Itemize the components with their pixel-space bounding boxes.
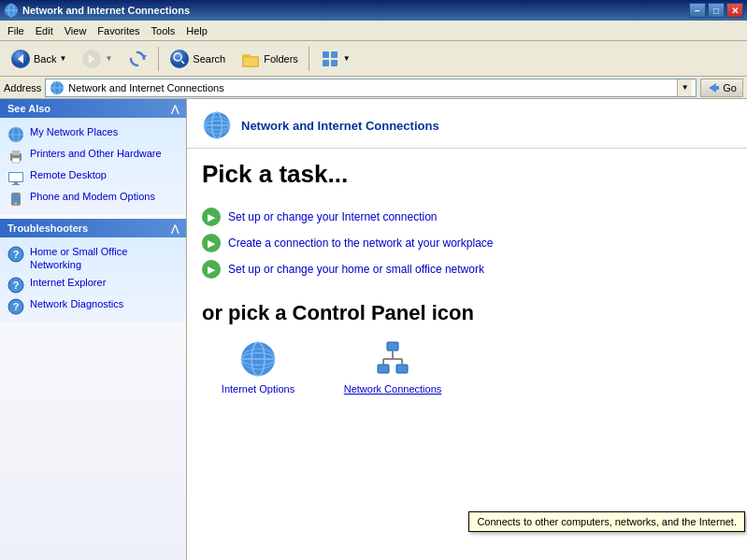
window-icon <box>4 3 19 18</box>
task-workplace-label: Create a connection to the network at yo… <box>228 237 494 250</box>
svg-rect-14 <box>323 51 329 58</box>
svg-rect-32 <box>12 184 20 185</box>
folders-label: Folders <box>264 53 298 65</box>
svg-rect-27 <box>12 158 20 163</box>
see-also-header[interactable]: See Also ⋀ <box>0 99 186 118</box>
forward-button[interactable]: ▼ <box>75 45 119 73</box>
svg-point-28 <box>20 155 22 157</box>
views-button[interactable]: ▼ <box>313 45 357 73</box>
svg-rect-16 <box>323 60 329 66</box>
phone-modem-label: Phone and Modem Options <box>30 190 179 203</box>
cp-icon-internet-options[interactable]: Internet Options <box>202 340 314 395</box>
search-button[interactable]: Search <box>163 45 232 73</box>
menu-file[interactable]: File <box>2 23 30 38</box>
views-dropdown-arrow[interactable]: ▼ <box>343 54 351 63</box>
toolbar-separator-2 <box>309 47 309 71</box>
sidebar-item-remote-desktop[interactable]: Remote Desktop <box>7 166 179 188</box>
folders-button[interactable]: Folders <box>234 45 305 73</box>
svg-point-8 <box>170 50 189 68</box>
back-dropdown-arrow[interactable]: ▼ <box>59 54 66 63</box>
minimize-button[interactable]: − <box>689 3 706 18</box>
maximize-button[interactable]: □ <box>708 3 725 18</box>
task-workplace-connection[interactable]: ▶ Create a connection to the network at … <box>202 230 732 256</box>
home-office-label: Home or Small Office Networking <box>30 245 179 272</box>
task-internet-connection[interactable]: ▶ Set up or change your Internet connect… <box>202 204 732 230</box>
svg-rect-54 <box>396 365 408 373</box>
menu-favorites[interactable]: Favorites <box>92 23 145 38</box>
refresh-button[interactable] <box>121 45 154 73</box>
cp-icon-network-connections[interactable]: Network Connections <box>337 340 449 395</box>
svg-text:?: ? <box>13 301 20 312</box>
menu-edit[interactable]: Edit <box>30 23 59 38</box>
network-connections-icon <box>374 340 411 378</box>
troubleshooters-title: Troubleshooters <box>7 223 88 234</box>
forward-dropdown-arrow[interactable]: ▼ <box>105 54 112 63</box>
task-arrow-3: ▶ <box>202 260 221 279</box>
task-home-label: Set up or change your home or small offi… <box>228 263 484 276</box>
ie-label: Internet Explorer <box>30 276 179 289</box>
right-panel: Network and Internet Connections Pick a … <box>187 99 747 560</box>
svg-point-35 <box>15 203 18 206</box>
sidebar-item-home-office[interactable]: ? Home or Small Office Networking <box>7 243 179 274</box>
svg-rect-26 <box>12 151 20 155</box>
address-bar: Address ▼ Go <box>0 77 747 99</box>
troubleshooters-body: ? Home or Small Office Networking ? Inte… <box>0 237 186 323</box>
svg-rect-13 <box>243 57 258 66</box>
svg-rect-30 <box>9 173 22 181</box>
sidebar-item-network-diagnostics[interactable]: ? Network Diagnostics <box>7 295 179 317</box>
content-header: Network and Internet Connections <box>187 99 747 149</box>
content-body: Pick a task... ▶ Set up or change your I… <box>187 149 747 406</box>
content-header-title: Network and Internet Connections <box>241 119 439 133</box>
menu-bar: File Edit View Favorites Tools Help <box>0 21 747 41</box>
menu-tools[interactable]: Tools <box>146 23 181 38</box>
refresh-icon <box>127 49 148 69</box>
svg-text:?: ? <box>13 280 20 291</box>
task-arrow-1: ▶ <box>202 208 221 226</box>
network-diagnostics-label: Network Diagnostics <box>30 297 179 310</box>
remote-desktop-label: Remote Desktop <box>30 168 179 181</box>
go-label: Go <box>723 82 737 93</box>
sidebar-item-phone-modem[interactable]: Phone and Modem Options <box>7 188 179 209</box>
forward-icon <box>81 49 102 69</box>
menu-view[interactable]: View <box>59 23 93 38</box>
printer-icon <box>7 148 24 165</box>
network-connections-label: Network Connections <box>344 383 442 395</box>
printers-label: Printers and Other Hardware <box>30 147 179 160</box>
svg-rect-31 <box>14 182 18 184</box>
task-internet-label: Set up or change your Internet connectio… <box>228 210 437 223</box>
views-icon <box>320 49 340 69</box>
go-button[interactable]: Go <box>700 79 743 97</box>
toolbar: Back ▼ ▼ Searc <box>0 41 747 77</box>
address-dropdown[interactable]: ▼ <box>677 79 692 96</box>
toolbar-separator-1 <box>158 47 159 71</box>
menu-help[interactable]: Help <box>180 23 213 38</box>
title-bar-left: Network and Internet Connections <box>4 3 190 18</box>
back-label: Back <box>34 53 56 65</box>
internet-options-label: Internet Options <box>222 383 294 395</box>
control-panel-icons: Internet Options Network Connections <box>202 340 732 395</box>
see-also-body: My Network Places Printers and Other Har… <box>0 118 186 215</box>
see-also-collapse-icon: ⋀ <box>171 104 179 114</box>
search-icon <box>169 49 190 69</box>
address-input[interactable] <box>68 82 673 93</box>
svg-rect-53 <box>378 365 389 373</box>
sidebar-item-my-network-places[interactable]: My Network Places <box>7 123 179 145</box>
svg-text:?: ? <box>13 249 20 260</box>
address-input-wrap: ▼ <box>45 79 697 97</box>
task-home-office-network[interactable]: ▶ Set up or change your home or small of… <box>202 256 732 282</box>
tooltip-bar: Connects to other computers, networks, a… <box>468 511 745 532</box>
address-globe-icon <box>50 80 65 95</box>
close-button[interactable]: ✕ <box>726 3 743 18</box>
sidebar-item-ie[interactable]: ? Internet Explorer <box>7 274 179 295</box>
troubleshooters-header[interactable]: Troubleshooters ⋀ <box>0 219 186 237</box>
internet-options-icon <box>239 340 277 378</box>
back-icon <box>10 49 31 69</box>
main-area: See Also ⋀ My Network Places <box>0 99 747 560</box>
left-panel: See Also ⋀ My Network Places <box>0 99 187 560</box>
back-button[interactable]: Back ▼ <box>4 45 73 73</box>
sidebar-item-printers[interactable]: Printers and Other Hardware <box>7 145 179 166</box>
go-button-wrap: Go <box>700 79 743 97</box>
window-controls: − □ ✕ <box>689 3 743 18</box>
content-header-icon <box>202 110 232 140</box>
folders-icon <box>240 49 261 69</box>
